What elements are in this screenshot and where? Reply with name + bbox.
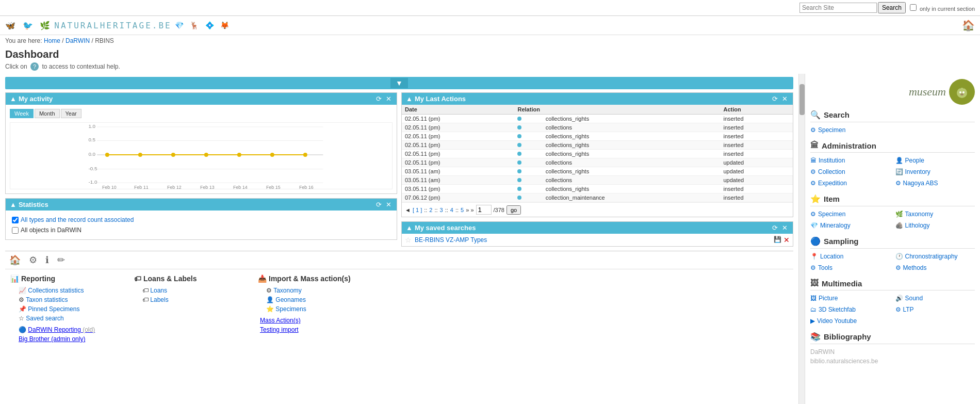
nagoya-icon: ⚙: [895, 180, 901, 187]
sidebar-picture-link[interactable]: 🖼 Picture: [810, 294, 890, 303]
sidebar-sketchfab-link[interactable]: 🗂 3D Sketchfab: [810, 305, 890, 314]
sidebar-expedition-link[interactable]: ⚙ Expedition: [810, 179, 890, 188]
bottom-home-icon[interactable]: 🏠: [9, 254, 21, 266]
loans-section: 🏷 Loans & Labels 🏷 Loans 🏷 Labels: [134, 274, 248, 343]
actions-controls: ⟳ ✕: [771, 95, 789, 103]
list-item: ☆ Saved search: [19, 315, 124, 322]
activity-controls: ⟳ ✕: [375, 95, 393, 103]
svg-text:-0.5: -0.5: [88, 166, 97, 171]
breadcrumb-rbins: RBINS: [95, 37, 114, 44]
tab-month[interactable]: Month: [35, 109, 60, 118]
two-col-layout: ▲ My activity ⟳ ✕ Week Month Year: [5, 92, 793, 251]
sidebar-logo: museum: [810, 79, 975, 105]
search-site-button[interactable]: Search: [878, 2, 906, 13]
saved-search-link-1[interactable]: BE-RBINS VZ-AMP Types: [415, 236, 487, 244]
geonames-link[interactable]: Geonames: [275, 296, 306, 303]
pagination-input[interactable]: [476, 205, 492, 215]
tab-year[interactable]: Year: [61, 109, 81, 118]
search-site-input[interactable]: [799, 3, 877, 13]
delete-saved-search[interactable]: ✕: [783, 236, 790, 244]
loans-list: 🏷 Loans 🏷 Labels: [134, 287, 248, 303]
pagination-go[interactable]: go: [507, 205, 521, 215]
sidebar-sound-link[interactable]: 🔊 Sound: [895, 294, 975, 303]
loans-icon: 🏷: [142, 287, 149, 294]
taxonomy-import-link[interactable]: Taxonomy: [273, 287, 302, 294]
sidebar-youtube-link[interactable]: ▶ Video Youtube: [810, 316, 890, 326]
table-row: 02.05.11 (pm) collections_rights inserte…: [402, 141, 793, 150]
svg-point-15: [237, 153, 241, 157]
page-4[interactable]: 4: [450, 207, 453, 213]
page-3[interactable]: 3: [440, 207, 443, 213]
sidebar-ltp-link[interactable]: ⚙ LTP: [895, 305, 975, 314]
sidebar-biblio-title: 📚 Bibliography: [810, 332, 975, 344]
actions-close[interactable]: ✕: [781, 95, 789, 103]
sidebar-mineralogy-link[interactable]: 💎 Mineralogy: [810, 221, 890, 230]
sidebar-people-link[interactable]: 👤 People: [895, 156, 975, 165]
specimen-search-icon: ⚙: [810, 126, 816, 134]
stats-body: All types and the record count associate…: [6, 211, 397, 239]
sidebar-chronostrat-link[interactable]: 🕐 Chronostratigraphy: [895, 252, 975, 261]
collapse-bar[interactable]: ▼: [5, 77, 793, 89]
sidebar-specimen-item-link[interactable]: ⚙ Specimen: [810, 209, 890, 219]
stats-link-1[interactable]: All types and the record count associate…: [21, 216, 134, 223]
saved-search-link[interactable]: Saved search: [26, 315, 63, 322]
bottom-info-icon[interactable]: ℹ: [45, 254, 49, 266]
actions-arrow-up: ▲: [406, 95, 413, 103]
testing-import-link[interactable]: Testing import: [260, 326, 299, 333]
sidebar-tools-link[interactable]: ⚙ Tools: [810, 263, 890, 272]
bottom-settings-icon[interactable]: ⚙: [29, 254, 37, 266]
stats-close[interactable]: ✕: [385, 201, 393, 208]
save-icon[interactable]: 💾: [774, 236, 781, 244]
collapse-button[interactable]: ▼: [390, 78, 408, 88]
page-2[interactable]: 2: [429, 207, 432, 213]
darwin-reporting-link[interactable]: DaRWIN Reporting (old): [28, 326, 95, 333]
import-list: ⚙ Taxonomy 👤 Geonames ⭐ Specimens: [258, 287, 371, 313]
pinned-specimens-link[interactable]: Pinned Specimens: [28, 305, 79, 313]
labels-link[interactable]: Labels: [150, 296, 168, 303]
sidebar-admin-section: 🏛 Administration 🏛 Institution 👤 People …: [810, 141, 975, 188]
breadcrumb-home[interactable]: Home: [44, 37, 60, 44]
searches-close[interactable]: ✕: [781, 224, 789, 232]
activity-refresh[interactable]: ⟳: [375, 95, 383, 103]
loans-link[interactable]: Loans: [150, 287, 167, 294]
stats-item-1[interactable]: All types and the record count associate…: [10, 215, 393, 225]
mass-action-link[interactable]: Mass Action(s): [260, 317, 301, 324]
vertical-scrollbar[interactable]: [798, 74, 805, 404]
searches-refresh[interactable]: ⟳: [771, 224, 779, 232]
breadcrumb-darwin[interactable]: DaRWIN: [66, 37, 90, 44]
actions-refresh[interactable]: ⟳: [771, 95, 779, 103]
home-icon-top[interactable]: 🏠: [962, 19, 975, 31]
specimens-import-link[interactable]: Specimens: [275, 305, 306, 313]
stats-checkbox-1[interactable]: [12, 217, 19, 223]
page-5[interactable]: 5: [461, 207, 464, 213]
activity-close[interactable]: ✕: [385, 95, 393, 103]
sidebar-methods-link[interactable]: ⚙ Methods: [895, 263, 975, 272]
location-icon: 📍: [810, 253, 818, 260]
sidebar-taxonomy-link[interactable]: 🌿 Taxonomy: [895, 209, 975, 219]
taxon-stats-link[interactable]: Taxon statistics: [26, 296, 68, 303]
stats-checkbox-2[interactable]: [12, 227, 19, 234]
sidebar-lithology-link[interactable]: 🪨 Lithology: [895, 221, 975, 230]
tab-week[interactable]: Week: [10, 109, 34, 118]
collections-stats-link[interactable]: Collections statistics: [28, 287, 84, 294]
sidebar-specimen-search-link[interactable]: ⚙ Specimen: [810, 125, 890, 135]
bottom-edit-icon[interactable]: ✏: [57, 254, 65, 266]
sidebar-biblio-ext-link[interactable]: biblio.naturalsciences.be: [810, 357, 975, 366]
last-actions-header: ▲ My Last Actions ⟳ ✕: [402, 93, 793, 105]
sidebar-darwin-biblio-link[interactable]: DaRWIN: [810, 347, 975, 357]
sidebar-location-link[interactable]: 📍 Location: [810, 252, 890, 261]
sidebar-nagoya-link[interactable]: ⚙ Nagoya ABS: [895, 179, 975, 188]
big-brother-link[interactable]: Big Brother (admin only): [19, 335, 85, 343]
scrollbar-thumb[interactable]: [799, 84, 805, 115]
star-icon[interactable]: ☆: [405, 236, 412, 244]
current-section-checkbox[interactable]: [910, 4, 917, 11]
sidebar-collection-link[interactable]: ⚙ Collection: [810, 167, 890, 176]
sidebar-inventory-link[interactable]: 🔄 Inventory: [895, 167, 975, 176]
page-1[interactable]: [ 1 ]: [413, 207, 422, 213]
sidebar-institution-link[interactable]: 🏛 Institution: [810, 156, 890, 165]
stats-refresh[interactable]: ⟳: [375, 201, 383, 208]
sound-icon: 🔊: [895, 295, 903, 302]
searches-arrow-up: ▲: [406, 224, 413, 232]
list-item: 👤 Geonames: [266, 296, 371, 303]
stats-item-2[interactable]: All objects in DaRWIN: [10, 225, 393, 235]
